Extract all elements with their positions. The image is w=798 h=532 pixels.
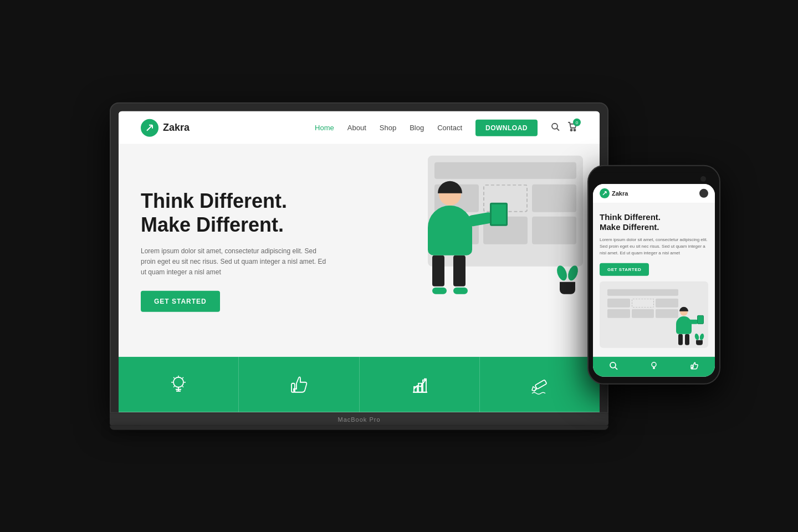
nav-shop[interactable]: Shop — [380, 124, 396, 132]
phone-ui-cell — [607, 309, 630, 318]
website: Zakra Home About Shop Blog Contact DOWNL… — [119, 111, 600, 412]
phone-lightbulb-icon[interactable] — [649, 361, 658, 372]
search-icon-btn[interactable] — [551, 122, 560, 133]
phone-hero-desc: Lorem ipsum dolor sit amet, consectetur … — [600, 237, 708, 257]
site-header: Zakra Home About Shop Blog Contact DOWNL… — [119, 111, 600, 145]
nav-about[interactable]: About — [347, 124, 366, 132]
logo-area: Zakra — [141, 119, 190, 136]
svg-point-6 — [574, 129, 576, 131]
svg-point-7 — [173, 377, 183, 387]
feature-chart — [360, 356, 480, 412]
phone-site-header: Zakra — [593, 184, 715, 203]
phone-ui-cell — [632, 309, 654, 318]
laptop-screen: Zakra Home About Shop Blog Contact DOWNL… — [119, 111, 600, 412]
phone-ui-mockup — [604, 286, 682, 321]
svg-line-17 — [173, 386, 175, 387]
svg-rect-23 — [535, 380, 546, 389]
svg-line-15 — [173, 377, 175, 378]
laptop-model-label: MacBook Pro — [337, 416, 380, 422]
phone-ui-header-bar — [607, 289, 678, 296]
phone-character-mini — [676, 308, 692, 345]
laptop-base: MacBook Pro — [110, 413, 608, 425]
feature-pencil — [480, 356, 600, 412]
features-bar — [119, 356, 600, 412]
chart-icon — [408, 373, 431, 395]
svg-point-30 — [652, 362, 656, 367]
hero-description: Lorem ipsum dolor sit amet, consectetur … — [141, 245, 329, 278]
phone-ui-cell — [632, 299, 654, 308]
svg-line-0 — [147, 125, 152, 130]
pencil-icon — [529, 373, 551, 395]
svg-rect-21 — [418, 383, 422, 392]
hero-illustration — [395, 156, 583, 311]
svg-point-3 — [552, 124, 557, 129]
svg-rect-18 — [291, 383, 295, 392]
phone-wrapper: Zakra Think Different. Make Different. L… — [587, 165, 720, 385]
logo-text: Zakra — [163, 122, 190, 134]
phone-relative: Zakra Think Different. Make Different. L… — [593, 173, 715, 377]
nav-blog[interactable]: Blog — [410, 124, 424, 132]
character-illustration — [428, 183, 472, 294]
phone-logo-text: Zakra — [612, 190, 628, 197]
svg-line-29 — [615, 367, 617, 370]
phone-search-icon[interactable] — [609, 361, 618, 372]
cart-icon-btn[interactable]: 0 — [567, 122, 577, 134]
phone-logo-area: Zakra — [600, 188, 628, 198]
svg-point-28 — [610, 362, 616, 368]
nav-contact[interactable]: Contact — [437, 124, 462, 132]
lightbulb-icon — [167, 373, 190, 395]
hero-section: Think Different. Make Different. Lorem i… — [119, 145, 600, 357]
phone-bottom-bar — [593, 357, 715, 377]
phone-hero: Think Different. Make Different. Lorem i… — [593, 203, 715, 357]
thumbsup-icon — [288, 373, 310, 395]
svg-line-14 — [182, 377, 183, 378]
laptop-foot — [110, 425, 608, 429]
phone-screen: Zakra Think Different. Make Different. L… — [593, 184, 715, 377]
phone-ui-grid — [607, 299, 678, 318]
svg-line-25 — [603, 192, 606, 195]
svg-line-16 — [182, 386, 183, 387]
phone-ui-cell — [656, 309, 678, 318]
nav-home[interactable]: Home — [315, 124, 334, 132]
svg-line-4 — [557, 129, 559, 131]
phone-hero-title: Think Different. Make Different. — [600, 212, 708, 232]
get-started-button[interactable]: GET STARTED — [141, 291, 220, 312]
scene: Zakra Home About Shop Blog Contact DOWNL… — [0, 0, 798, 532]
feature-lightbulb — [119, 356, 239, 412]
hero-content: Think Different. Make Different. Lorem i… — [141, 189, 329, 312]
nav-icons: 0 — [551, 122, 577, 134]
phone-plant-mini — [695, 334, 704, 345]
svg-point-5 — [571, 129, 572, 131]
phone-logo-icon — [600, 188, 610, 198]
hero-title: Think Different. Make Different. — [141, 189, 329, 237]
phone-menu-icon[interactable] — [699, 189, 708, 198]
phone-thumbsup-icon[interactable] — [690, 361, 699, 372]
feature-thumbsup — [239, 356, 359, 412]
phone-illustration-mini — [600, 282, 708, 348]
laptop-wrapper: Zakra Home About Shop Blog Contact DOWNL… — [110, 103, 608, 430]
download-button[interactable]: DOWNLOAD — [475, 119, 538, 136]
phone-body: Zakra Think Different. Make Different. L… — [587, 165, 720, 385]
plant-decoration — [557, 265, 577, 294]
laptop-body: Zakra Home About Shop Blog Contact DOWNL… — [110, 103, 608, 413]
site-nav: Home About Shop Blog Contact DOWNLOAD — [315, 119, 577, 136]
phone-get-started-button[interactable]: GET STARTED — [600, 263, 649, 276]
phone-ui-cell — [656, 299, 678, 308]
cart-badge: 0 — [573, 119, 581, 126]
phone-ui-cell — [607, 299, 630, 308]
logo-icon — [141, 119, 158, 136]
